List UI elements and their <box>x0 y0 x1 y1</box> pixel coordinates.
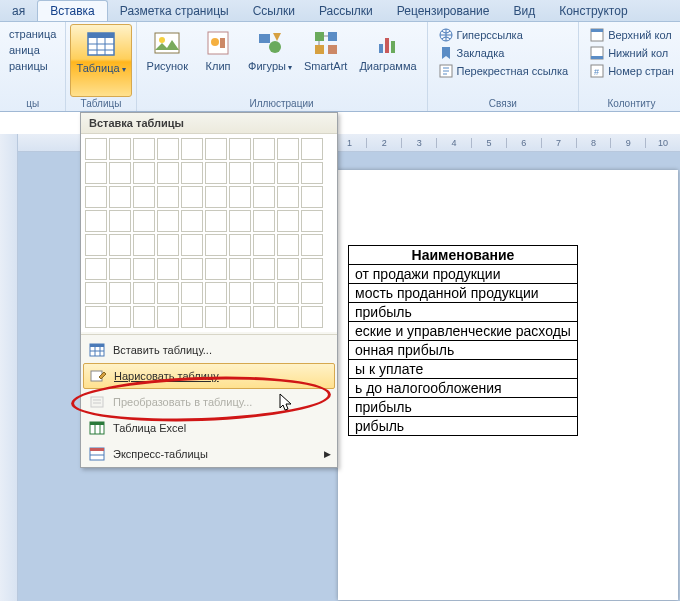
grid-cell[interactable] <box>85 306 107 328</box>
table-row[interactable]: прибыль <box>349 303 578 322</box>
table-row[interactable]: мость проданной продукции <box>349 284 578 303</box>
tab-insert[interactable]: Вставка <box>37 0 108 21</box>
grid-cell[interactable] <box>253 210 275 232</box>
grid-cell[interactable] <box>277 234 299 256</box>
blank-page[interactable]: аница <box>6 42 59 58</box>
grid-cell[interactable] <box>133 234 155 256</box>
tab-references[interactable]: Ссылки <box>241 1 307 21</box>
shapes-button[interactable]: Фигуры▾ <box>242 24 298 97</box>
tab-review[interactable]: Рецензирование <box>385 1 502 21</box>
grid-cell[interactable] <box>229 210 251 232</box>
grid-cell[interactable] <box>157 306 179 328</box>
grid-cell[interactable] <box>157 162 179 184</box>
grid-cell[interactable] <box>181 162 203 184</box>
grid-cell[interactable] <box>229 234 251 256</box>
grid-cell[interactable] <box>181 282 203 304</box>
grid-cell[interactable] <box>301 186 323 208</box>
grid-cell[interactable] <box>229 258 251 280</box>
grid-cell[interactable] <box>157 282 179 304</box>
draw-table-item[interactable]: Нарисовать таблицу <box>83 363 335 389</box>
table-row[interactable]: еские и управленческие расходы <box>349 322 578 341</box>
grid-cell[interactable] <box>85 258 107 280</box>
grid-cell[interactable] <box>181 138 203 160</box>
grid-cell[interactable] <box>133 186 155 208</box>
tab-design[interactable]: Конструктор <box>547 1 639 21</box>
document-page[interactable]: Наименование от продажи продукции мость … <box>338 170 678 600</box>
grid-cell[interactable] <box>85 210 107 232</box>
grid-cell[interactable] <box>157 210 179 232</box>
grid-cell[interactable] <box>181 234 203 256</box>
footer-button[interactable]: Нижний кол <box>585 44 678 62</box>
grid-cell[interactable] <box>253 306 275 328</box>
cover-page[interactable]: страница <box>6 26 59 42</box>
grid-cell[interactable] <box>301 162 323 184</box>
quick-tables-item[interactable]: Экспресс-таблицы ▶ <box>81 441 337 467</box>
picture-button[interactable]: Рисунок <box>141 24 195 97</box>
grid-cell[interactable] <box>301 138 323 160</box>
grid-cell[interactable] <box>253 234 275 256</box>
grid-cell[interactable] <box>301 234 323 256</box>
grid-cell[interactable] <box>205 210 227 232</box>
page-number-button[interactable]: #Номер стран <box>585 62 678 80</box>
grid-cell[interactable] <box>229 162 251 184</box>
grid-cell[interactable] <box>301 282 323 304</box>
table-row[interactable]: рибыль <box>349 417 578 436</box>
excel-table-item[interactable]: Таблица Excel <box>81 415 337 441</box>
grid-cell[interactable] <box>277 258 299 280</box>
grid-cell[interactable] <box>181 186 203 208</box>
grid-cell[interactable] <box>85 162 107 184</box>
grid-cell[interactable] <box>205 234 227 256</box>
grid-cell[interactable] <box>277 162 299 184</box>
grid-cell[interactable] <box>85 234 107 256</box>
grid-cell[interactable] <box>205 186 227 208</box>
vertical-ruler[interactable] <box>0 134 18 601</box>
grid-cell[interactable] <box>277 186 299 208</box>
grid-cell[interactable] <box>229 138 251 160</box>
grid-cell[interactable] <box>229 282 251 304</box>
grid-cell[interactable] <box>157 258 179 280</box>
grid-cell[interactable] <box>109 306 131 328</box>
grid-cell[interactable] <box>109 210 131 232</box>
grid-cell[interactable] <box>253 258 275 280</box>
table-size-grid[interactable] <box>81 134 337 332</box>
page-break[interactable]: раницы <box>6 58 59 74</box>
table-button[interactable]: Таблица▾ <box>70 24 131 97</box>
crossref-button[interactable]: Перекрестная ссылка <box>434 62 573 80</box>
grid-cell[interactable] <box>205 258 227 280</box>
grid-cell[interactable] <box>85 138 107 160</box>
grid-cell[interactable] <box>301 258 323 280</box>
grid-cell[interactable] <box>109 282 131 304</box>
chart-button[interactable]: Диаграмма <box>353 24 422 97</box>
table-row[interactable]: онная прибыль <box>349 341 578 360</box>
grid-cell[interactable] <box>157 234 179 256</box>
grid-cell[interactable] <box>133 306 155 328</box>
grid-cell[interactable] <box>301 306 323 328</box>
grid-cell[interactable] <box>253 186 275 208</box>
header-button[interactable]: Верхний кол <box>585 26 678 44</box>
table-row[interactable]: прибыль <box>349 398 578 417</box>
grid-cell[interactable] <box>85 282 107 304</box>
grid-cell[interactable] <box>157 138 179 160</box>
grid-cell[interactable] <box>253 282 275 304</box>
grid-cell[interactable] <box>157 186 179 208</box>
grid-cell[interactable] <box>277 306 299 328</box>
grid-cell[interactable] <box>277 138 299 160</box>
grid-cell[interactable] <box>133 258 155 280</box>
grid-cell[interactable] <box>205 306 227 328</box>
grid-cell[interactable] <box>253 138 275 160</box>
grid-cell[interactable] <box>133 282 155 304</box>
table-row[interactable]: от продажи продукции <box>349 265 578 284</box>
tab-page-layout[interactable]: Разметка страницы <box>108 1 241 21</box>
tab-home[interactable]: ая <box>0 1 37 21</box>
grid-cell[interactable] <box>109 162 131 184</box>
grid-cell[interactable] <box>301 210 323 232</box>
clip-button[interactable]: Клип <box>194 24 242 97</box>
grid-cell[interactable] <box>181 210 203 232</box>
smartart-button[interactable]: SmartArt <box>298 24 353 97</box>
bookmark-button[interactable]: Закладка <box>434 44 573 62</box>
grid-cell[interactable] <box>253 162 275 184</box>
grid-cell[interactable] <box>205 138 227 160</box>
tab-view[interactable]: Вид <box>501 1 547 21</box>
grid-cell[interactable] <box>181 306 203 328</box>
grid-cell[interactable] <box>181 258 203 280</box>
